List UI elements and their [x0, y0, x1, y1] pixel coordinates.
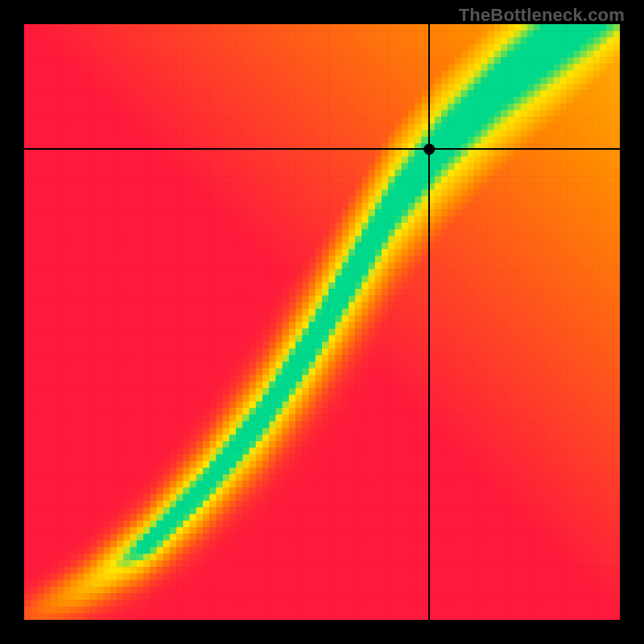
svg-rect-2831 — [295, 229, 303, 237]
svg-rect-5622 — [302, 435, 309, 442]
svg-rect-5926 — [527, 454, 535, 461]
svg-rect-7345 — [388, 560, 395, 568]
svg-rect-3082 — [170, 250, 177, 257]
svg-rect-7150 — [289, 547, 296, 555]
svg-rect-2237 — [534, 183, 541, 190]
svg-rect-5123 — [573, 394, 580, 402]
svg-rect-485 — [256, 57, 263, 64]
svg-rect-1242 — [501, 110, 508, 118]
svg-rect-27 — [203, 24, 210, 31]
svg-rect-4584 — [580, 355, 588, 362]
svg-rect-3429 — [84, 275, 91, 283]
svg-rect-3528 — [143, 283, 151, 290]
svg-rect-5429 — [216, 421, 223, 428]
svg-rect-7486 — [130, 573, 138, 580]
svg-rect-7818 — [540, 593, 547, 601]
svg-rect-612 — [501, 64, 508, 71]
svg-rect-4308 — [540, 335, 547, 342]
svg-rect-547 — [71, 64, 78, 71]
svg-rect-2967 — [600, 236, 607, 243]
svg-rect-7184 — [514, 547, 521, 555]
svg-rect-4906 — [328, 382, 336, 389]
svg-rect-2757 — [402, 223, 409, 230]
svg-rect-2285 — [256, 190, 263, 197]
svg-rect-5134 — [51, 402, 58, 409]
svg-rect-1481 — [295, 130, 303, 138]
svg-rect-3645 — [322, 289, 329, 296]
svg-rect-947 — [335, 90, 342, 97]
svg-rect-4947 — [600, 382, 607, 389]
svg-rect-5400 — [24, 421, 31, 428]
svg-rect-619 — [547, 64, 555, 71]
svg-rect-989 — [613, 90, 620, 97]
svg-rect-2578 — [408, 209, 415, 217]
svg-rect-834 — [183, 84, 190, 91]
svg-rect-7909 — [547, 600, 555, 607]
svg-rect-6356 — [394, 488, 402, 495]
svg-rect-618 — [540, 64, 547, 71]
svg-rect-7292 — [37, 560, 44, 568]
svg-rect-3498 — [540, 275, 547, 283]
svg-rect-3237 — [600, 256, 607, 263]
svg-rect-6716 — [394, 514, 402, 521]
svg-rect-7398 — [143, 567, 151, 574]
svg-rect-7085 — [454, 540, 461, 547]
svg-rect-3657 — [402, 289, 409, 296]
svg-rect-6596 — [196, 507, 204, 514]
svg-rect-1365 — [123, 123, 130, 130]
svg-rect-3444 — [183, 275, 190, 283]
svg-rect-4491 — [560, 349, 568, 356]
svg-rect-6472 — [567, 494, 574, 502]
svg-rect-1943 — [375, 163, 382, 171]
svg-rect-4559 — [415, 355, 422, 362]
svg-rect-7516 — [328, 573, 336, 580]
svg-rect-370 — [90, 51, 97, 58]
svg-rect-2873 — [573, 229, 580, 237]
svg-rect-1538 — [77, 137, 85, 144]
svg-rect-629 — [613, 64, 620, 71]
svg-rect-3361 — [229, 269, 237, 276]
svg-rect-3012 — [302, 242, 309, 250]
svg-rect-5467 — [468, 421, 475, 428]
svg-rect-6123 — [44, 474, 52, 481]
svg-rect-1132 — [369, 104, 376, 111]
svg-rect-15 — [123, 24, 130, 31]
svg-rect-5338 — [209, 415, 217, 422]
svg-rect-7284 — [580, 554, 588, 561]
svg-rect-6634 — [448, 507, 455, 514]
svg-rect-7051 — [229, 540, 237, 547]
svg-rect-1432 — [567, 123, 574, 130]
svg-rect-4185 — [322, 328, 329, 336]
svg-rect-7203 — [44, 554, 52, 561]
svg-rect-4385 — [454, 342, 461, 349]
svg-rect-3310 — [488, 262, 495, 270]
svg-rect-4429 — [150, 349, 157, 356]
svg-rect-2846 — [394, 229, 402, 237]
svg-rect-2697 — [600, 216, 607, 223]
svg-rect-4851 — [560, 375, 568, 382]
svg-rect-3541 — [229, 283, 237, 290]
svg-rect-7954 — [250, 607, 257, 614]
svg-rect-6124 — [51, 474, 58, 481]
svg-rect-7651 — [31, 587, 38, 594]
svg-rect-6746 — [593, 514, 601, 521]
svg-rect-6277 — [468, 481, 475, 488]
svg-rect-3126 — [461, 250, 469, 257]
svg-rect-2000 — [156, 170, 163, 177]
svg-rect-2936 — [394, 236, 402, 243]
svg-rect-52 — [369, 24, 376, 31]
svg-rect-1170 — [24, 110, 31, 118]
svg-rect-4867 — [71, 382, 78, 389]
svg-rect-3371 — [295, 269, 303, 276]
svg-rect-6501 — [163, 501, 171, 508]
svg-rect-6238 — [209, 481, 217, 488]
svg-rect-6561 — [560, 501, 568, 508]
svg-rect-7827 — [600, 593, 607, 601]
svg-rect-5168 — [275, 402, 283, 409]
svg-rect-4767 — [600, 369, 607, 376]
svg-rect-1532 — [37, 137, 44, 144]
svg-rect-5613 — [242, 435, 250, 442]
svg-rect-2376 — [262, 196, 270, 204]
svg-rect-5012 — [435, 388, 442, 395]
svg-rect-5275 — [388, 408, 395, 415]
